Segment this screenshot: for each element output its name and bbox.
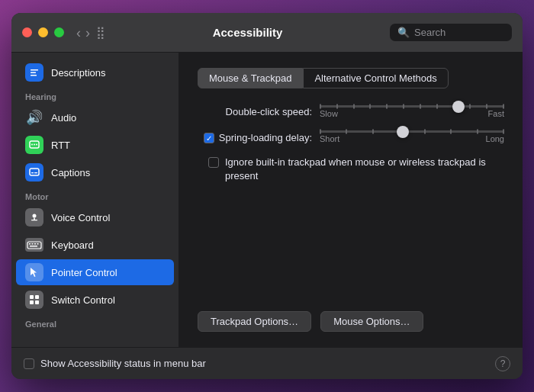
sidebar-item-label: Audio <box>51 112 76 124</box>
svg-rect-18 <box>30 246 37 247</box>
window-title: Accessibility <box>105 26 390 39</box>
search-icon: 🔍 <box>397 27 410 38</box>
tab-bar: Mouse & Trackpad Alternative Control Met… <box>198 68 504 88</box>
captions-icon <box>25 163 43 182</box>
spring-loading-slider[interactable] <box>320 130 504 133</box>
svg-point-4 <box>31 144 33 146</box>
svg-rect-2 <box>31 75 37 76</box>
tick <box>477 129 478 133</box>
sidebar-item-label: Voice Control <box>51 212 110 223</box>
spring-loading-labels: Short Long <box>320 134 504 143</box>
slider-track <box>320 130 504 133</box>
spring-loading-label: Spring-loading delay: <box>219 132 312 143</box>
svg-rect-14 <box>29 243 31 245</box>
tick <box>469 104 471 108</box>
content-area: Descriptions Hearing 🔊 Audio RTT <box>11 53 523 347</box>
sidebar-item-pointer-control[interactable]: Pointer Control <box>16 259 174 285</box>
svg-point-10 <box>33 214 37 218</box>
tick <box>386 104 388 108</box>
svg-rect-1 <box>31 72 36 74</box>
double-click-labels: Slow Fast <box>320 109 504 118</box>
max-label: Long <box>486 134 504 143</box>
spring-loading-slider-container: Short Long <box>320 130 504 143</box>
sidebar-item-captions[interactable]: Captions <box>16 159 174 185</box>
svg-rect-21 <box>30 300 34 304</box>
svg-rect-22 <box>35 300 39 304</box>
ignore-trackpad-checkbox[interactable] <box>208 157 219 168</box>
svg-point-5 <box>34 144 35 146</box>
grid-button[interactable]: ⣿ <box>96 25 105 40</box>
tick <box>436 104 438 108</box>
tick <box>320 129 321 133</box>
svg-rect-15 <box>32 243 34 245</box>
max-label: Fast <box>488 109 504 118</box>
sidebar-item-label: Switch Control <box>51 294 115 306</box>
minimize-button[interactable] <box>38 27 48 37</box>
sidebar-item-rtt[interactable]: RTT <box>16 132 174 158</box>
back-button[interactable]: ‹ <box>76 26 81 40</box>
spring-loading-thumb[interactable] <box>397 126 409 138</box>
svg-point-6 <box>36 144 37 146</box>
double-click-thumb[interactable] <box>452 101 465 113</box>
ignore-trackpad-row: Ignore built-in trackpad when mouse or w… <box>198 156 504 183</box>
sidebar-item-voice-control[interactable]: Voice Control <box>16 204 174 230</box>
rtt-icon <box>25 136 43 154</box>
slider-track <box>320 105 504 108</box>
sidebar-item-label: Captions <box>51 167 90 178</box>
svg-rect-17 <box>37 243 39 245</box>
search-placeholder: Search <box>414 27 446 38</box>
titlebar: ‹ › ⣿ Accessibility 🔍 Search <box>11 13 523 53</box>
tick <box>403 104 404 108</box>
sidebar: Descriptions Hearing 🔊 Audio RTT <box>11 53 179 347</box>
buttons-row: Trackpad Options… Mouse Options… <box>198 296 504 332</box>
main-window: ‹ › ⣿ Accessibility 🔍 Search Description… <box>11 13 523 379</box>
tick <box>486 104 487 108</box>
tab-mouse-trackpad[interactable]: Mouse & Trackpad <box>198 68 303 88</box>
show-accessibility-label: Show Accessibility status in menu bar <box>40 358 206 369</box>
sidebar-item-keyboard[interactable]: Keyboard <box>16 232 174 258</box>
keyboard-icon <box>25 236 43 254</box>
motor-section-label: Motor <box>11 186 179 204</box>
trackpad-options-button[interactable]: Trackpad Options… <box>198 311 311 332</box>
tick <box>372 129 374 133</box>
voice-control-icon <box>25 208 43 227</box>
double-click-slider-container: Slow Fast <box>320 105 504 118</box>
bottom-checkbox-row: Show Accessibility status in menu bar <box>24 358 495 369</box>
min-label: Short <box>320 134 339 143</box>
svg-rect-8 <box>31 172 34 173</box>
double-click-slider[interactable] <box>320 105 504 108</box>
sidebar-item-label: Descriptions <box>51 67 106 79</box>
tick <box>503 129 504 133</box>
sidebar-item-audio[interactable]: 🔊 Audio <box>16 104 174 130</box>
audio-icon: 🔊 <box>25 108 43 127</box>
mouse-options-button[interactable]: Mouse Options… <box>320 311 423 332</box>
checkmark-icon: ✓ <box>206 134 212 143</box>
help-button[interactable]: ? <box>495 356 510 371</box>
sidebar-item-switch-control[interactable]: Switch Control <box>16 287 174 313</box>
tick <box>424 129 426 133</box>
tick <box>450 129 452 133</box>
show-accessibility-checkbox[interactable] <box>24 358 34 369</box>
forward-button[interactable]: › <box>85 26 90 40</box>
close-button[interactable] <box>22 27 32 37</box>
pointer-control-icon <box>25 263 43 281</box>
sidebar-item-label: Keyboard <box>51 239 94 251</box>
sidebar-item-label: RTT <box>51 140 70 151</box>
sidebar-item-descriptions[interactable]: Descriptions <box>16 59 174 85</box>
search-box[interactable]: 🔍 Search <box>390 24 512 41</box>
double-click-speed-row: Double-click speed: <box>198 105 504 118</box>
switch-control-icon <box>25 291 43 309</box>
svg-rect-20 <box>35 295 39 299</box>
svg-rect-13 <box>27 242 41 249</box>
maximize-button[interactable] <box>54 27 64 37</box>
spring-loading-checkbox[interactable]: ✓ <box>204 133 214 143</box>
traffic-lights <box>22 27 64 37</box>
hearing-section-label: Hearing <box>11 86 179 104</box>
tick <box>346 129 347 133</box>
nav-buttons: ‹ › <box>76 26 90 40</box>
svg-rect-0 <box>31 69 38 71</box>
svg-rect-19 <box>30 295 34 299</box>
tab-alt-control[interactable]: Alternative Control Methods <box>303 68 448 88</box>
tick <box>420 104 421 108</box>
svg-rect-9 <box>34 172 37 173</box>
